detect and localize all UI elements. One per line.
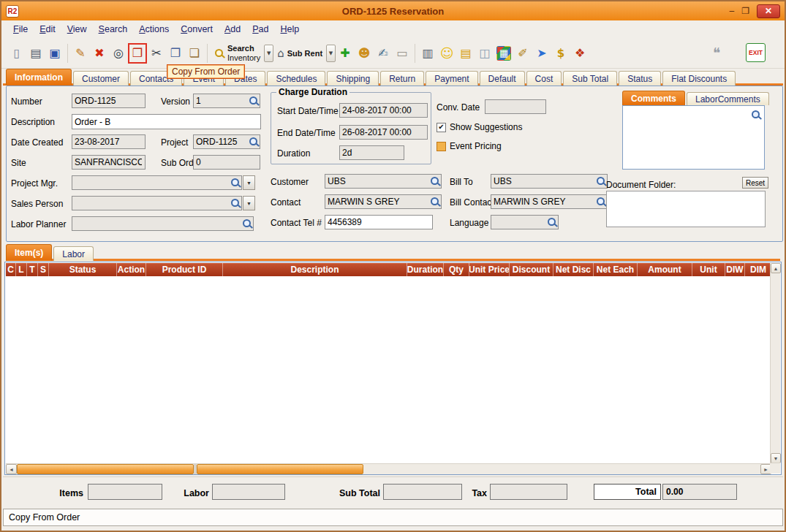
language-input[interactable] xyxy=(491,217,547,227)
contact-field[interactable] xyxy=(325,194,442,209)
start-datetime-input[interactable] xyxy=(340,105,426,115)
site-field[interactable] xyxy=(72,155,146,170)
event-pricing-checkbox[interactable]: Event Pricing xyxy=(437,141,502,151)
customer-lookup-icon[interactable] xyxy=(430,176,440,186)
menu-search[interactable]: Search xyxy=(93,23,134,36)
bill-contact-input[interactable] xyxy=(491,197,596,207)
sub-orders-input[interactable] xyxy=(194,157,259,167)
contact-tel-input[interactable] xyxy=(325,217,431,227)
labor-total-input[interactable] xyxy=(213,487,284,497)
find-icon[interactable]: ◎ xyxy=(109,43,128,64)
description-input[interactable] xyxy=(72,117,260,127)
tab-default[interactable]: Default xyxy=(480,71,525,86)
notes-icon[interactable]: ▤ xyxy=(456,43,475,64)
package-icon[interactable]: ◫ xyxy=(475,43,494,64)
project-field[interactable] xyxy=(193,134,260,149)
language-lookup-icon[interactable] xyxy=(547,217,557,227)
date-created-field[interactable] xyxy=(72,134,146,149)
smiley-icon[interactable]: ☺ xyxy=(437,43,456,64)
bill-to-input[interactable] xyxy=(491,176,596,186)
contact-tel-field[interactable] xyxy=(325,215,433,229)
tab-items[interactable]: Item(s) xyxy=(6,244,52,261)
project-mgr-lookup-icon[interactable] xyxy=(230,178,241,188)
document-folder-box[interactable] xyxy=(606,191,766,227)
tab-customer[interactable]: Customer xyxy=(73,71,129,86)
tab-cost[interactable]: Cost xyxy=(526,71,562,86)
items-hscrollbar[interactable]: ◄ ► xyxy=(6,463,771,474)
close-button[interactable]: ✕ xyxy=(757,4,780,18)
items-total-field[interactable] xyxy=(88,484,162,500)
customer-input[interactable] xyxy=(325,176,430,186)
minimize-button[interactable]: – xyxy=(730,7,735,15)
show-suggestions-checkbox[interactable]: ✔ Show Suggestions xyxy=(437,122,522,132)
bill-contact-lookup-icon[interactable] xyxy=(596,197,606,207)
hscroll-thumb-right[interactable] xyxy=(197,464,363,474)
number-input[interactable] xyxy=(72,96,144,106)
copy-from-order-icon[interactable]: ❒ xyxy=(128,43,147,64)
total-field[interactable] xyxy=(662,484,737,500)
maximize-button[interactable]: ❐ xyxy=(741,7,749,15)
labor-planner-field[interactable] xyxy=(72,216,254,231)
sales-person-field[interactable] xyxy=(72,196,242,210)
customer-field[interactable] xyxy=(325,174,442,189)
bill-contact-field[interactable] xyxy=(491,194,608,209)
menu-pad[interactable]: Pad xyxy=(246,23,274,36)
menu-help[interactable]: Help xyxy=(275,23,306,36)
menu-view[interactable]: View xyxy=(61,23,93,36)
menu-file[interactable]: File xyxy=(7,23,34,36)
contact-input[interactable] xyxy=(325,197,430,207)
new-document-icon[interactable]: ▯ xyxy=(7,43,26,64)
scroll-up-button[interactable]: ▲ xyxy=(771,263,781,273)
tab-labor[interactable]: Labor xyxy=(53,246,94,261)
tab-labor-comments[interactable]: LaborComments xyxy=(687,92,769,105)
project-mgr-input[interactable] xyxy=(72,178,230,188)
conv-date-input[interactable] xyxy=(485,102,545,112)
edit-grid-icon[interactable]: ✐ xyxy=(513,43,532,64)
site-input[interactable] xyxy=(72,157,144,167)
people-question-icon[interactable]: ☻ xyxy=(355,43,374,64)
menu-edit[interactable]: Edit xyxy=(34,23,61,36)
edit-icon[interactable]: ✎ xyxy=(71,43,90,64)
version-field[interactable] xyxy=(193,94,260,108)
sales-person-dropdown[interactable]: ▼ xyxy=(243,196,255,210)
tax-field[interactable] xyxy=(490,484,567,500)
project-mgr-dropdown[interactable]: ▼ xyxy=(243,175,255,190)
search-inventory-button[interactable]: Search Inventory xyxy=(211,43,264,64)
tab-return[interactable]: Return xyxy=(380,71,424,86)
tab-flat-discounts[interactable]: Flat Discounts xyxy=(662,71,736,86)
reset-button[interactable]: Reset xyxy=(742,177,768,189)
hscroll-track[interactable] xyxy=(363,464,760,474)
contact-lookup-icon[interactable] xyxy=(430,197,440,207)
scroll-left-button[interactable]: ◄ xyxy=(6,464,17,474)
description-field[interactable] xyxy=(72,114,261,129)
duration-input[interactable] xyxy=(340,148,403,158)
save-icon[interactable]: ▣ xyxy=(45,43,64,64)
tab-sub-total[interactable]: Sub Total xyxy=(563,71,617,86)
hscroll-thumb-left[interactable] xyxy=(17,464,194,474)
comments-lookup-icon[interactable] xyxy=(751,110,761,120)
items-total-input[interactable] xyxy=(88,487,162,497)
pad-icon[interactable]: ▭ xyxy=(393,43,412,64)
tab-status[interactable]: Status xyxy=(619,71,661,86)
total-input[interactable] xyxy=(663,487,736,497)
items-vscrollbar[interactable]: ▲ ▼ xyxy=(770,263,780,463)
copy-icon[interactable]: ❐ xyxy=(166,43,185,64)
version-input[interactable] xyxy=(194,96,249,106)
sub-orders-field[interactable] xyxy=(193,155,260,170)
start-datetime-field[interactable] xyxy=(339,103,428,118)
tax-input[interactable] xyxy=(491,487,567,497)
project-input[interactable] xyxy=(194,137,249,147)
language-field[interactable] xyxy=(491,215,559,229)
labor-planner-lookup-icon[interactable] xyxy=(242,218,252,229)
conv-date-field[interactable] xyxy=(485,99,546,114)
paste-icon[interactable]: ❏ xyxy=(185,43,204,64)
bill-to-field[interactable] xyxy=(491,174,608,189)
add-icon[interactable]: ✚ xyxy=(336,43,355,64)
menu-convert[interactable]: Convert xyxy=(175,23,219,36)
project-mgr-field[interactable] xyxy=(72,175,242,190)
sales-person-input[interactable] xyxy=(72,198,230,208)
money-icon[interactable]: ❖ xyxy=(570,43,589,64)
menu-add[interactable]: Add xyxy=(219,23,246,36)
scroll-down-button[interactable]: ▼ xyxy=(771,453,781,463)
exit-button[interactable]: EXIT xyxy=(746,43,766,62)
